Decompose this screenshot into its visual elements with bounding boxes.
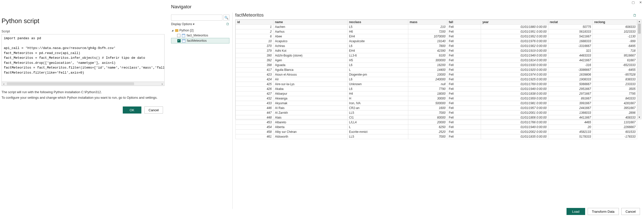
- table-row[interactable]: 433AkyumakIron, IVA500000Fell01/01/1981 …: [236, 101, 637, 106]
- display-options-dropdown[interactable]: Display Options ▾: [171, 22, 194, 26]
- refresh-icon[interactable]: 🗋: [226, 22, 229, 26]
- cell-recclass: Eucrite-mmict: [347, 130, 408, 134]
- cell-recclass: EH4: [347, 48, 408, 53]
- cell-recclass: CR2-an: [347, 106, 408, 111]
- table-row[interactable]: 10AcapulcoAcapulcoite19140Fell01/01/1976…: [236, 39, 637, 44]
- cell-reclat: 1639806: [548, 72, 593, 77]
- tree-root-label: Python [2]: [179, 29, 193, 32]
- ok-button[interactable]: OK: [123, 106, 141, 114]
- cell-id: 448: [236, 115, 273, 120]
- table-row[interactable]: 370AchirasL67800Fell01/01/1902 0:00:00-3…: [236, 44, 637, 48]
- cell-name: Aarhus: [273, 29, 347, 34]
- table-row[interactable]: 453AlbaretoL/LL420000Fell01/01/1766 0:00…: [236, 120, 637, 125]
- column-header[interactable]: reclat: [548, 20, 593, 25]
- cell-mass: 240000: [408, 77, 447, 82]
- cell-name: Al Rais: [273, 106, 347, 111]
- checkbox[interactable]: [177, 39, 181, 42]
- info-line-1: The script will run with the following P…: [2, 89, 165, 95]
- table-row[interactable]: 392AgenH5300000Fell01/01/1814 0:00:00442…: [236, 58, 637, 63]
- cancel-button[interactable]: Cancel: [144, 106, 163, 114]
- script-textarea[interactable]: [2, 34, 165, 82]
- cell-fall: Fell: [447, 115, 481, 120]
- column-header[interactable]: mass: [408, 20, 447, 25]
- cell-id: 2: [236, 29, 273, 34]
- table-row[interactable]: 454AlbertaL6250Fell01/01/1949 0:00:00202…: [236, 125, 637, 130]
- table-row[interactable]: 426AkabaL67790Fell01/01/1949 0:00:002951…: [236, 87, 637, 91]
- table-icon: [182, 39, 185, 42]
- table-row[interactable]: 423Aioun el AtroussDiogenite-pm10000Fell…: [236, 72, 637, 77]
- cell-name: Aguada: [273, 63, 347, 68]
- table-row[interactable]: 446Al RaisCR2-an1600Fell01/01/1957 0:00:…: [236, 106, 637, 111]
- cell-id: 398: [236, 63, 273, 68]
- table-row[interactable]: 458Alby sur ChéranEucrite-mmict2520Fell0…: [236, 130, 637, 134]
- cell-fall: Fell: [447, 58, 481, 63]
- vertical-divider: [232, 13, 233, 209]
- cell-name: Aire-sur-la-Lys: [273, 82, 347, 87]
- cell-fall: Fell: [447, 44, 481, 48]
- cell-mass: 300000: [408, 58, 447, 63]
- scroll-right-icon[interactable]: ›: [162, 82, 163, 86]
- column-header[interactable]: id: [236, 20, 273, 25]
- column-header[interactable]: recclass: [347, 20, 408, 25]
- navigator-search-input[interactable]: [171, 15, 222, 21]
- table-row[interactable]: 427AkbarpurH418000Fell01/01/1838 0:00:00…: [236, 91, 637, 96]
- cell-id: 453: [236, 120, 273, 125]
- table-row[interactable]: 432AkwangaH30000Fell01/01/1959 0:00:0089…: [236, 96, 637, 101]
- table-row[interactable]: 398AguadaL616200Fell01/01/1930 0:00:00-3…: [236, 63, 637, 68]
- cell-fall: Fell: [447, 29, 481, 34]
- cell-year: 01/01/1951 0:00:00: [481, 29, 548, 34]
- scroll-up-icon[interactable]: ▲: [637, 20, 641, 23]
- cell-name: Alais: [273, 115, 347, 120]
- table-row[interactable]: 417Aguila BlancaL14400Fell01/01/1920 0:0…: [236, 68, 637, 72]
- column-header[interactable]: reclong: [593, 20, 637, 25]
- table-row[interactable]: 2AarhusH67200Fell01/01/1951 0:00:0056183…: [236, 29, 637, 34]
- cell-reclong: -6455: [593, 68, 637, 72]
- table-row[interactable]: 390Adzhi-Bogdo (stone)LL3-69100Fell01/01…: [236, 53, 637, 58]
- cell-recclass: Acapulcoite: [347, 39, 408, 44]
- table-row[interactable]: 461AldsworthLL57000Fell01/01/1835 0:00:0…: [236, 134, 637, 139]
- scroll-left-icon[interactable]: ‹: [3, 82, 5, 86]
- table-row[interactable]: 379Adhi KotEH442390Fell01/01/1919 0:00:0…: [236, 48, 637, 53]
- cell-fall: Fell: [447, 111, 481, 115]
- column-header[interactable]: name: [273, 20, 347, 25]
- preview-vertical-scrollbar[interactable]: ▲ ▼: [637, 20, 641, 119]
- maximize-icon[interactable]: ▢: [632, 1, 635, 4]
- scroll-thumb[interactable]: [7, 82, 134, 85]
- table-row[interactable]: 448AlaisCI160000Fell01/01/1806 0:00:0044…: [236, 115, 637, 120]
- table-row[interactable]: 1AachenL5210Fell01/01/1880 0:00:00507756…: [236, 25, 637, 29]
- table-row[interactable]: 425Aire-sur-la-LysUnknownnullFell01/01/1…: [236, 82, 637, 87]
- cell-recclass: H6: [347, 29, 408, 34]
- transform-data-button[interactable]: Transform Data: [588, 208, 619, 215]
- cell-reclong: 3505: [593, 87, 637, 91]
- tree-item[interactable]: factMeteoritos: [171, 38, 229, 43]
- cell-id: 417: [236, 68, 273, 72]
- checkbox[interactable]: [177, 34, 180, 37]
- cell-recclass: L6: [347, 77, 408, 82]
- cell-recclass: EH4: [347, 34, 408, 39]
- search-icon[interactable]: 🔍: [223, 15, 229, 21]
- column-header[interactable]: year: [481, 20, 548, 25]
- cell-name: Aguila Blanca: [273, 68, 347, 72]
- scroll-down-icon[interactable]: ▼: [637, 116, 641, 119]
- table-row[interactable]: 424AïrL6240000Fell01/01/1925 0:00:001908…: [236, 77, 637, 82]
- table-row[interactable]: 447Al ZarnkhLL57000Fell01/01/2001 0:00:0…: [236, 111, 637, 115]
- script-horizontal-scrollbar[interactable]: ‹ ›: [2, 82, 165, 86]
- column-header[interactable]: fall: [447, 20, 481, 25]
- tree-item[interactable]: fact_Meteoritos: [171, 33, 229, 38]
- cell-recclass: Diogenite-pm: [347, 72, 408, 77]
- close-icon[interactable]: ✕: [639, 1, 642, 4]
- cell-mass: 7800: [408, 44, 447, 48]
- cell-fall: Fell: [447, 68, 481, 72]
- cell-reclong: 718: [593, 48, 637, 53]
- tree-root-python[interactable]: ◢ Python [2]: [171, 28, 229, 33]
- preview-options-icon[interactable]: 🗋: [633, 13, 636, 17]
- table-row[interactable]: 6AbeeEH41070000Fell01/01/1952 0:00:00542…: [236, 34, 637, 39]
- cell-id: 390: [236, 53, 273, 58]
- load-button[interactable]: Load: [567, 208, 585, 215]
- cancel-button-footer[interactable]: Cancel: [621, 208, 640, 215]
- cell-mass: 18000: [408, 91, 447, 96]
- cell-name: Aïr: [273, 77, 347, 82]
- cell-mass: 30000: [408, 96, 447, 101]
- scroll-thumb[interactable]: [638, 24, 641, 34]
- cell-reclat: 4465: [548, 120, 593, 125]
